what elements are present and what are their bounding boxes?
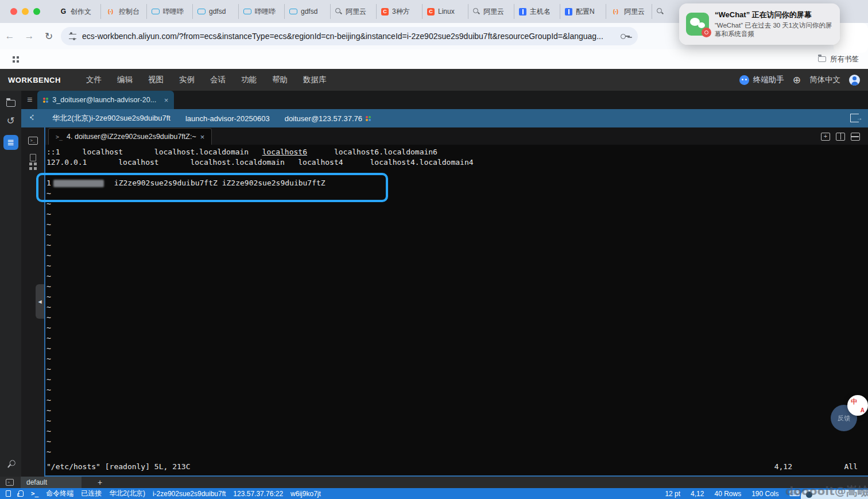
url-field[interactable]: ecs-workbench.aliyun.com/?from=ecs&insta… [61, 27, 638, 45]
menubar-right: 终端助手 ⊕ 简体中文 [739, 69, 860, 91]
workbench-brand: WORKBENCH [8, 76, 61, 84]
forward-button[interactable]: → [20, 30, 39, 42]
password-key-icon[interactable] [621, 33, 630, 39]
tool-strip: >_ ◀ [21, 127, 44, 477]
vim-empty-line: ~ [46, 416, 868, 426]
browser-tab-label: 阿里云 [346, 7, 366, 17]
hand-select-icon[interactable] [18, 490, 24, 497]
browser-tab[interactable]: gdfsd [193, 4, 239, 19]
collapse-arrow-icon: ◀ [38, 299, 41, 304]
prompt-glyph: >_ [31, 490, 38, 497]
menu-instance[interactable]: 实例 [179, 75, 195, 85]
statusbar-font-size[interactable]: 12 pt [665, 490, 680, 498]
vim-empty-line: ~ [46, 261, 868, 271]
back-button[interactable]: ← [0, 30, 20, 42]
menu-file[interactable]: 文件 [86, 75, 102, 85]
statusbar: >_ 命令终端 已连接 华北2(北京) i-2ze902sue2s9duibu7… [0, 488, 868, 499]
files-icon[interactable] [6, 100, 16, 107]
terminal-tool-icon[interactable]: >_ [28, 137, 38, 145]
notification-title: “WeChat” 正在访问你的屏幕 [715, 10, 833, 20]
vim-scroll-position: All [844, 462, 858, 472]
logout-icon[interactable] [850, 114, 859, 122]
workbench-menubar: WORKBENCH 文件 编辑 视图 实例 会话 功能 帮助 数据库 终端助手 … [0, 69, 868, 91]
tv-icon [197, 9, 206, 14]
vim-empty-line: ~ [46, 281, 868, 292]
vim-empty-line: ~ [46, 230, 868, 240]
reload-button[interactable]: ↻ [39, 30, 59, 42]
browser-tab[interactable]: 3种方 [377, 4, 423, 19]
close-window-button[interactable] [10, 8, 17, 15]
session-tab-close-icon[interactable]: × [164, 96, 169, 105]
add-terminal-tab-button[interactable]: + [98, 478, 102, 487]
session-tab[interactable]: 3_doituser@launch-advisor-20... × [37, 91, 174, 109]
vim-empty-line: ~ [46, 271, 868, 281]
csdn-icon [427, 8, 435, 16]
apps-grid-icon[interactable] [13, 56, 15, 59]
browser-tab-label: 控制台 [119, 7, 140, 17]
maximize-window-button[interactable] [33, 8, 40, 15]
bookmarks-bar: 所有书签 [0, 49, 868, 69]
split-vertical-icon[interactable] [836, 133, 845, 141]
clipboard-icon[interactable] [6, 490, 11, 497]
browser-tab[interactable]: 哔哩哔 [147, 4, 193, 19]
browser-tab[interactable]: 主机名 [514, 4, 560, 19]
tv-icon [152, 9, 160, 14]
browser-tab[interactable]: 创作文 [55, 4, 101, 19]
vim-file-status: "/etc/hosts" [readonly] 5L, 213C [46, 462, 190, 472]
menu-session[interactable]: 会话 [210, 75, 226, 85]
browser-tab[interactable]: 哔哩哔 [239, 4, 285, 19]
session-instance-name: launch-advisor-20250603 [185, 114, 270, 123]
menu-edit[interactable]: 编辑 [117, 75, 133, 85]
terminal-body[interactable]: ::1 localhost localhost.localdomain loca… [45, 145, 868, 475]
vim-empty-line: ~ [46, 188, 868, 199]
browser-tab[interactable]: 配置N [560, 4, 606, 19]
grid-tool-icon[interactable] [29, 163, 32, 165]
new-terminal-icon[interactable] [821, 133, 830, 141]
browser-tab[interactable]: gdfsd [285, 4, 331, 19]
site-settings-icon[interactable] [69, 34, 76, 39]
terminal-tab-close-icon[interactable]: × [200, 133, 205, 141]
add-session-icon[interactable]: ⊕ [793, 75, 801, 85]
terminal-tabbar: >_ 4. doituser@iZ2ze902sue2s9duibu7ftZ:~… [45, 127, 868, 145]
csdn-icon [381, 8, 389, 16]
browser-tab-label: 配置N [576, 7, 595, 17]
history-icon[interactable]: ↺ [6, 116, 14, 126]
vim-empty-line: ~ [46, 333, 868, 343]
panel-toggle-icon[interactable]: ≡ [27, 95, 32, 105]
menu-database[interactable]: 数据库 [303, 75, 327, 85]
all-bookmarks-button[interactable]: 所有书签 [818, 55, 859, 64]
browser-tab[interactable]: Linux [423, 4, 468, 19]
browser-tab[interactable]: 阿里云 [468, 4, 514, 19]
braces-icon [106, 8, 115, 16]
terminal-assistant-button[interactable]: 终端助手 [739, 75, 784, 85]
vim-empty-line: ~ [46, 426, 868, 436]
vim-empty-line: ~ [46, 405, 868, 416]
vim-empty-line: ~ [46, 292, 868, 302]
browser-tab-label: 哔哩哔 [255, 7, 276, 17]
pin-icon[interactable] [4, 458, 17, 471]
translate-button[interactable]: 中 A [847, 395, 868, 416]
bottom-tab-default[interactable]: default [21, 477, 82, 488]
statusbar-terminal-label: 命令终端 [46, 489, 73, 498]
split-horizontal-icon[interactable] [851, 133, 860, 141]
instances-icon[interactable]: ≣ [3, 135, 18, 150]
vim-empty-line: ~ [46, 250, 868, 261]
session-pinwheel-icon [43, 98, 48, 103]
browser-tab[interactable]: 阿里云 [606, 4, 652, 19]
terminal-tab[interactable]: >_ 4. doituser@iZ2ze902sue2s9duibu7ftZ:~… [48, 128, 212, 145]
language-selector[interactable]: 简体中文 [809, 75, 840, 85]
menu-view[interactable]: 视图 [148, 75, 164, 85]
browser-tab-label: 3种方 [392, 7, 410, 17]
wechat-notification[interactable]: “WeChat” 正在访问你的屏幕 “WeChat” 已在过去 30 天1次访问… [679, 3, 840, 45]
menu-features[interactable]: 功能 [241, 75, 257, 85]
user-avatar[interactable] [849, 75, 860, 86]
browser-tab[interactable]: 控制台 [101, 4, 147, 19]
copy-tool-icon[interactable] [30, 154, 36, 161]
minimize-window-button[interactable] [22, 8, 29, 15]
vim-empty-line: ~ [46, 343, 868, 354]
browser-tab-label: 阿里云 [624, 7, 645, 17]
browser-tab[interactable]: 阿里云 [331, 4, 377, 19]
fullscreen-icon[interactable]: ↔↔ [28, 114, 37, 123]
menu-help[interactable]: 帮助 [272, 75, 288, 85]
sidebar-collapse-handle[interactable]: ◀ [36, 284, 44, 319]
